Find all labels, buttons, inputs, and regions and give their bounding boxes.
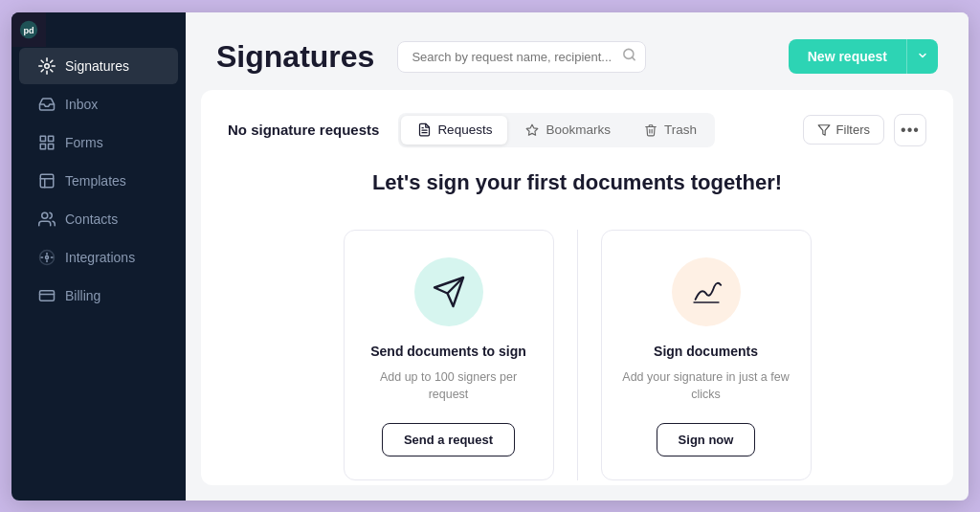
svg-rect-3 [40,136,45,141]
no-requests-label: No signature requests [228,122,379,138]
main-content: Signatures New request [186,12,969,501]
tab-bookmarks-label: Bookmarks [546,122,611,137]
send-icon [432,275,466,309]
billing-icon [38,287,56,304]
sign-card-desc: Add your signature in just a few clicks [621,368,791,405]
tabs: Requests Bookmarks [398,113,715,147]
signature-icon [38,57,56,75]
sidebar-item-templates[interactable]: Templates [19,163,178,199]
sign-card-icon-wrap [672,257,741,326]
integrations-icon [38,249,56,266]
send-documents-card: Send documents to sign Add up to 100 sig… [344,230,554,481]
sidebar-item-integrations[interactable]: Integrations [19,239,178,276]
tab-requests[interactable]: Requests [401,116,507,145]
sidebar: Signatures Inbox Forms [11,12,186,501]
more-options-button[interactable]: ••• [894,114,926,146]
tab-bar: No signature requests Requests [228,113,926,147]
search-input[interactable] [397,41,646,73]
empty-state-title: Let's sign your first documents together… [372,170,782,195]
new-request-button[interactable]: New request [789,39,906,74]
send-card-icon-wrap [414,257,483,326]
sidebar-item-forms-label: Forms [65,135,103,150]
svg-line-15 [633,57,635,60]
svg-rect-12 [40,290,55,301]
search-bar [397,41,646,73]
contacts-icon [38,211,56,228]
page-title: Signatures [216,39,374,75]
sign-card-title: Sign documents [654,344,758,359]
sidebar-item-inbox-label: Inbox [65,97,98,112]
sidebar-item-contacts-label: Contacts [65,211,118,227]
send-card-title: Send documents to sign [370,344,526,359]
sidebar-item-inbox[interactable]: Inbox [19,86,178,122]
sidebar-item-forms[interactable]: Forms [19,124,178,161]
svg-point-2 [45,63,50,68]
send-card-desc: Add up to 100 signers per request [364,368,534,405]
header: Signatures New request [186,12,969,90]
empty-cards: Send documents to sign Add up to 100 sig… [344,230,812,481]
sign-documents-card: Sign documents Add your signature in jus… [601,230,812,481]
logo-icon: pd [18,19,39,40]
new-request-dropdown-button[interactable] [906,39,938,74]
sidebar-item-integrations-label: Integrations [65,250,135,265]
svg-point-10 [42,212,48,218]
svg-rect-5 [49,144,54,148]
logo-bar: pd [11,12,46,47]
bookmarks-tab-icon [524,122,540,138]
svg-text:pd: pd [24,25,34,34]
svg-rect-4 [49,136,54,141]
tab-trash[interactable]: Trash [628,116,712,145]
sidebar-item-contacts[interactable]: Contacts [19,201,178,237]
requests-tab-icon [416,122,432,138]
send-request-button[interactable]: Send a request [382,423,515,456]
svg-rect-7 [40,174,54,188]
tab-trash-label: Trash [664,122,697,137]
sidebar-item-signatures[interactable]: Signatures [19,48,178,84]
sign-now-button[interactable]: Sign now [657,423,756,456]
more-dots-icon: ••• [901,122,920,139]
empty-state: Let's sign your first documents together… [228,170,926,481]
filters-area: Filters ••• [803,114,926,146]
trash-tab-icon [643,122,658,138]
svg-marker-19 [818,124,830,135]
forms-icon [38,134,56,151]
svg-marker-18 [527,124,539,135]
cards-divider [577,230,578,481]
sidebar-item-billing[interactable]: Billing [19,278,178,314]
search-icon [622,48,636,66]
svg-rect-6 [40,144,45,148]
tab-bookmarks[interactable]: Bookmarks [509,116,626,145]
filters-label: Filters [836,122,870,137]
filters-button[interactable]: Filters [803,115,884,145]
filter-icon [817,123,831,137]
sign-icon [688,277,724,307]
sidebar-item-signatures-label: Signatures [65,58,129,74]
svg-point-11 [46,256,49,258]
sidebar-item-templates-label: Templates [65,173,126,189]
tab-requests-label: Requests [437,122,492,137]
inbox-icon [38,96,56,113]
sidebar-item-billing-label: Billing [65,288,100,303]
templates-icon [38,172,56,189]
content-area: No signature requests Requests [201,90,953,485]
header-right: New request [789,39,938,74]
